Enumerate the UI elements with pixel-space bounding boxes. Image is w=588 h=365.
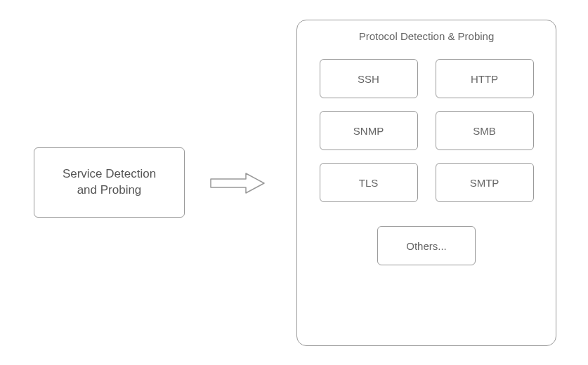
protocol-label: SMTP: [470, 177, 499, 189]
protocol-others-row: Others...: [297, 226, 556, 265]
protocol-box-http: HTTP: [436, 59, 534, 98]
protocol-box-others: Others...: [377, 226, 476, 265]
protocol-label: TLS: [359, 177, 379, 189]
protocol-box-tls: TLS: [320, 163, 418, 202]
container-title: Protocol Detection & Probing: [297, 30, 556, 42]
protocol-label: HTTP: [471, 73, 498, 85]
protocol-box-snmp: SNMP: [320, 111, 418, 150]
protocol-box-smb: SMB: [436, 111, 534, 150]
protocol-label: Others...: [406, 240, 447, 252]
service-detection-label: Service Detectionand Probing: [63, 166, 156, 199]
protocol-label: SMB: [473, 125, 496, 137]
protocol-box-ssh: SSH: [320, 59, 418, 98]
arrow-icon: [209, 172, 267, 194]
protocol-box-smtp: SMTP: [436, 163, 534, 202]
protocol-label: SSH: [358, 73, 379, 85]
protocol-container: Protocol Detection & Probing SSH HTTP SN…: [296, 20, 556, 346]
protocol-label: SNMP: [353, 125, 384, 137]
protocol-grid: SSH HTTP SNMP SMB TLS SMTP: [297, 52, 556, 202]
service-detection-box: Service Detectionand Probing: [34, 147, 185, 218]
